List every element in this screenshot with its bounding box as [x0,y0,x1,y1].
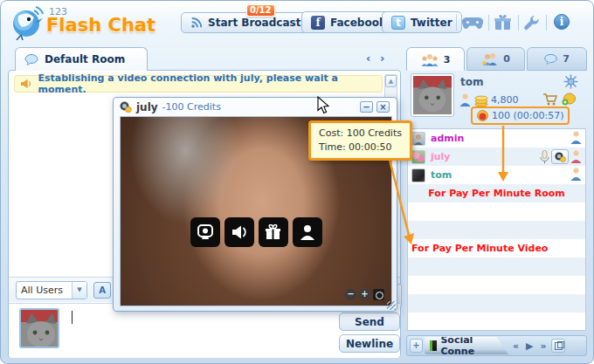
tab-friends[interactable]: 0 [466,47,525,71]
send-button[interactable]: Send [339,312,400,331]
empty-row [408,221,585,239]
tab-social-connect[interactable]: Social Conne [425,337,508,354]
messages-bubble-icon [544,54,557,65]
social-tab-label: Social Conne [440,334,503,357]
empty-row [408,276,585,294]
scroll-up-button[interactable]: ▲ [385,75,397,87]
restore-window-icon[interactable] [551,339,565,353]
flashchat-bird-logo-icon [10,3,46,40]
video-cost-label: -100 Credits [162,101,221,113]
toolbar-separator [518,15,519,31]
ppm-coin-icon [477,110,488,121]
tab-scroll-right[interactable]: › [380,52,384,65]
text-caret [72,311,73,324]
user-role-icon [459,93,471,106]
volume-button[interactable] [224,217,254,247]
pay-per-minute-balance-box: 100 (00:00:57) [471,106,570,125]
nav-last-icon[interactable]: » [538,340,549,352]
recipient-select[interactable]: All Users ▼ [16,281,87,299]
friends-count: 0 [503,53,510,65]
video-peer-name: july [136,101,158,113]
member-icon[interactable] [570,168,582,181]
shopping-cart-icon[interactable] [542,93,558,106]
user-row-july[interactable]: july [408,148,585,166]
room-tab-label: Default Room [45,53,125,65]
toolbar-separator [456,15,457,31]
alert-text: Establishing a video connection with jul… [38,72,376,95]
twitter-icon: t [391,16,405,30]
send-gift-button[interactable] [259,217,288,247]
user-name: july [431,151,451,162]
minimize-button[interactable]: − [360,101,373,113]
tooltip-time-line: Time: 00:00:50 [319,141,402,155]
microphone-icon[interactable] [540,150,549,164]
broadcast-slots-badge: 0/12 [246,4,275,17]
profile-avatar[interactable] [411,74,453,116]
tab-default-room[interactable]: Default Room [15,47,148,71]
buy-credits-icon[interactable] [562,93,576,106]
social-connect-icon [430,340,437,351]
webcam-coin-icon [554,152,566,162]
cost-tooltip: Cost: 100 Credits Time: 00:00:50 [308,120,412,161]
games-icon[interactable] [462,17,483,30]
social-connect-bar: + Social Conne « ▶ » [406,335,587,356]
avatar [411,168,425,182]
video-titlebar[interactable]: july -100 Credits [114,98,397,116]
profile-name: tom [460,76,483,88]
tab-scroll-left[interactable]: ‹ [366,52,370,65]
tab-messages[interactable]: 7 [527,47,587,71]
pay-per-minute-video-note: For Pay Per Minute Video [411,243,582,254]
zoom-out-icon[interactable]: − [345,289,356,300]
nav-next-icon[interactable]: ▶ [523,340,535,352]
pay-per-minute-room-note: For Pay Per Minute Room [411,188,582,199]
dropdown-arrow-icon[interactable]: ▼ [72,282,86,299]
settings-gear-icon[interactable] [563,74,578,89]
user-row-admin[interactable]: admin [408,129,585,148]
facebook-label: Facebook [330,17,386,29]
app-window: 123 Flash Chat Start Broadcasting 0/12 f… [0,0,594,364]
speaker-icon [231,224,248,240]
empty-row [408,312,585,331]
mouse-cursor-icon [317,96,330,114]
empty-row [408,294,585,312]
tab-room-users[interactable]: 3 [406,47,465,71]
info-icon[interactable]: i [554,14,570,30]
annotation-row: For Pay Per Minute Video [408,239,585,258]
user-list: admin july [407,128,586,331]
ppm-webcam-button[interactable] [551,149,569,164]
add-tab-button[interactable]: + [410,339,423,353]
person-icon [300,224,315,240]
nav-first-icon[interactable]: « [510,340,521,352]
avatar [411,132,425,146]
newline-button[interactable]: Newline [339,334,400,353]
profile-button[interactable] [293,217,322,247]
settings-wrench-icon[interactable] [523,15,540,31]
twitter-label: Twitter [411,17,452,29]
webcam-toggle-button[interactable] [190,217,220,247]
member-icon[interactable] [570,131,582,144]
room-users-count: 3 [444,54,451,65]
ppm-balance-text: 100 (00:00:57) [492,110,563,121]
video-zoom-controls: − + [345,289,384,300]
gift-icon[interactable] [494,15,511,31]
ppm-member-icon[interactable] [570,150,582,163]
user-name: tom [431,169,452,181]
toolbar-separator [546,15,547,31]
zoom-in-icon[interactable]: + [359,289,370,300]
facebook-icon: f [311,16,325,30]
resize-handle[interactable] [387,301,396,310]
broadcast-icon [190,17,203,29]
my-avatar [19,308,59,348]
toolbar-separator [488,15,489,31]
user-row-tom[interactable]: tom [408,166,585,184]
recipient-selected-value: All Users [17,285,72,296]
users-group-icon [421,53,439,66]
twitter-button[interactable]: t Twitter [382,11,462,33]
empty-row [408,258,585,276]
fullscreen-icon[interactable] [373,289,384,300]
close-button[interactable]: × [376,101,390,113]
annotation-row: For Pay Per Minute Room [408,184,585,203]
tooltip-cost-line: Cost: 100 Credits [319,127,402,141]
empty-row [408,203,585,221]
font-style-button[interactable]: A [93,282,111,299]
